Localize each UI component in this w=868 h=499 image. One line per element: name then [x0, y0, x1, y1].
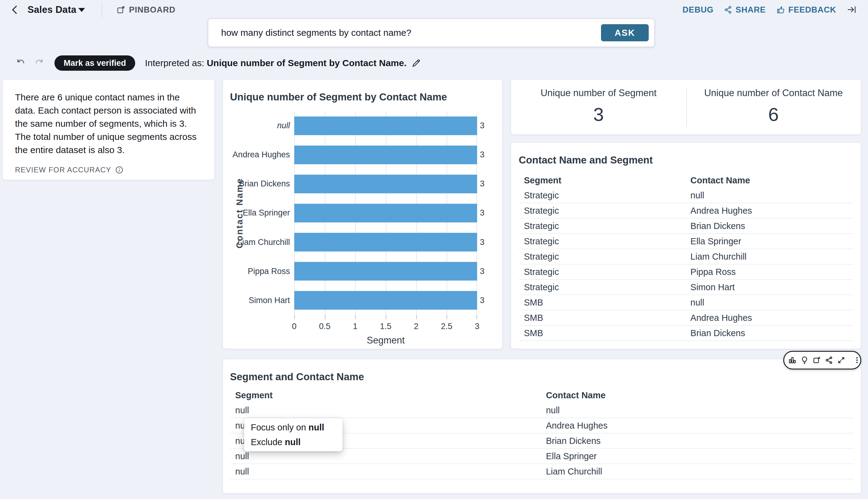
- ask-bar: ASK: [208, 19, 655, 47]
- kpi-value: 3: [593, 104, 604, 125]
- bar[interactable]: [294, 233, 477, 252]
- table-row[interactable]: StrategicLiam Churchill: [519, 249, 853, 265]
- table-cell[interactable]: Strategic: [519, 236, 685, 246]
- table-cell[interactable]: Strategic: [519, 267, 685, 277]
- mark-as-verified-button[interactable]: Mark as verified: [54, 56, 135, 71]
- bar[interactable]: [294, 174, 477, 193]
- share-visual-button[interactable]: [825, 356, 833, 364]
- answer-text: There are 6 unique contact names in the …: [15, 90, 202, 156]
- table-body: StrategicnullStrategicAndrea HughesStrat…: [519, 188, 853, 341]
- table-cell[interactable]: null: [230, 466, 541, 477]
- bar[interactable]: [294, 262, 477, 281]
- bar-chart-plot: null3Andrea Hughes3Brian Dickens3Ella Sp…: [223, 111, 503, 348]
- cell-context-menu: Focus only on null Exclude null: [244, 418, 342, 451]
- column-header[interactable]: Contact Name: [541, 390, 854, 400]
- back-button[interactable]: [9, 4, 22, 16]
- expand-visual-button[interactable]: [837, 356, 845, 364]
- bar-track: [294, 286, 477, 315]
- category-label: Liam Churchill: [223, 228, 294, 257]
- category-label: Pippa Ross: [223, 257, 294, 286]
- x-axis-ticks: [223, 315, 503, 319]
- table-row[interactable]: SMBnull: [519, 295, 853, 311]
- feedback-button[interactable]: FEEDBACK: [776, 5, 836, 15]
- column-header[interactable]: Segment: [519, 175, 685, 185]
- visual-toolbar: [783, 351, 861, 369]
- table-cell[interactable]: Brian Dickens: [541, 436, 854, 446]
- table-row[interactable]: SMBBrian Dickens: [519, 326, 853, 341]
- table-cell[interactable]: Brian Dickens: [685, 328, 853, 338]
- table-cell[interactable]: Andrea Hughes: [685, 313, 853, 323]
- undo-button[interactable]: [15, 58, 26, 69]
- ask-button[interactable]: ASK: [601, 24, 649, 41]
- bar[interactable]: [294, 291, 477, 310]
- info-circle-icon[interactable]: [115, 166, 124, 174]
- debug-label: DEBUG: [683, 5, 714, 15]
- menu-item-focus-only[interactable]: Focus only on null: [244, 420, 342, 435]
- table-row[interactable]: StrategicAndrea Hughes: [519, 203, 853, 219]
- category-label: Andrea Hughes: [223, 140, 294, 169]
- edit-interpretation-button[interactable]: [411, 58, 421, 68]
- table-cell[interactable]: Strategic: [519, 252, 685, 262]
- table-row[interactable]: Strategicnull: [519, 188, 853, 203]
- question-input[interactable]: [221, 27, 601, 38]
- interpretation-row: Mark as verified Interpreted as: Unique …: [15, 55, 421, 71]
- table-row[interactable]: StrategicSimon Hart: [519, 280, 853, 295]
- more-options-button[interactable]: [853, 356, 861, 364]
- change-visual-type-button[interactable]: [788, 356, 796, 364]
- bar[interactable]: [294, 204, 477, 222]
- bar-track: [294, 257, 477, 286]
- share-button[interactable]: SHARE: [724, 5, 766, 15]
- table-row[interactable]: StrategicPippa Ross: [519, 265, 853, 280]
- insights-button[interactable]: [801, 356, 809, 364]
- table-row[interactable]: StrategicBrian Dickens: [519, 219, 853, 234]
- table-header: Segment Contact Name: [230, 388, 854, 403]
- x-axis-title: Segment: [294, 333, 477, 348]
- pinboard-button[interactable]: PINBOARD: [116, 5, 176, 15]
- table-cell[interactable]: Liam Churchill: [685, 252, 853, 262]
- table-cell[interactable]: SMB: [519, 313, 685, 323]
- table-row[interactable]: nullLiam Churchill: [230, 464, 854, 479]
- answer-card: There are 6 unique contact names in the …: [2, 79, 215, 180]
- table-cell[interactable]: null: [541, 405, 854, 415]
- table-cell[interactable]: Strategic: [519, 191, 685, 200]
- feedback-label: FEEDBACK: [789, 5, 836, 15]
- column-header[interactable]: Segment: [230, 390, 541, 400]
- table-cell[interactable]: Strategic: [519, 221, 685, 231]
- dataset-selector[interactable]: Sales Data: [27, 4, 85, 15]
- divider: [102, 2, 102, 18]
- table-cell[interactable]: null: [685, 191, 853, 200]
- bar[interactable]: [294, 116, 477, 135]
- menu-item-exclude[interactable]: Exclude null: [244, 435, 342, 449]
- column-header[interactable]: Contact Name: [685, 175, 853, 185]
- dataset-name: Sales Data: [27, 4, 76, 15]
- table-cell[interactable]: Strategic: [519, 282, 685, 292]
- share-network-icon: [724, 5, 732, 14]
- table-cell[interactable]: Ella Springer: [685, 236, 853, 246]
- bar-value-label: 3: [477, 198, 503, 228]
- add-to-pinboard-button[interactable]: [813, 356, 821, 364]
- table-cell[interactable]: Andrea Hughes: [685, 206, 853, 216]
- table-cell[interactable]: Andrea Hughes: [541, 421, 854, 431]
- table-cell[interactable]: SMB: [519, 297, 685, 308]
- table-cell[interactable]: Simon Hart: [685, 282, 853, 292]
- bar-chart-card: Unique number of Segment by Contact Name…: [223, 79, 503, 349]
- table-row[interactable]: StrategicElla Springer: [519, 234, 853, 249]
- table-cell[interactable]: SMB: [519, 328, 685, 338]
- category-label: Ella Springer: [223, 198, 294, 228]
- table-cell[interactable]: null: [230, 405, 541, 415]
- table-cell[interactable]: Ella Springer: [541, 451, 854, 461]
- table-cell[interactable]: null: [685, 297, 853, 308]
- table-cell[interactable]: null: [230, 451, 541, 461]
- table-row[interactable]: SMBAndrea Hughes: [519, 311, 853, 326]
- category-label: null: [223, 111, 294, 140]
- debug-button[interactable]: DEBUG: [683, 5, 714, 15]
- collapse-panel-button[interactable]: [846, 5, 856, 15]
- table-row[interactable]: nullnull: [230, 403, 854, 418]
- table-cell[interactable]: Strategic: [519, 206, 685, 216]
- table-cell[interactable]: Liam Churchill: [541, 466, 854, 477]
- table-cell[interactable]: Brian Dickens: [685, 221, 853, 231]
- redo-button[interactable]: [34, 58, 45, 69]
- bar[interactable]: [294, 145, 477, 164]
- kpi-label: Unique number of Contact Name: [704, 87, 843, 99]
- table-cell[interactable]: Pippa Ross: [685, 267, 853, 277]
